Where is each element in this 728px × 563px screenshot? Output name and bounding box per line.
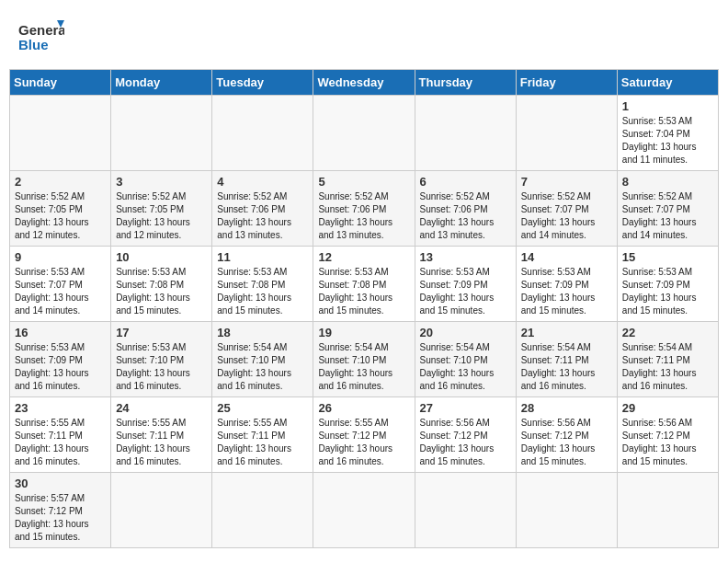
- calendar-day-cell: 2Sunrise: 5:52 AM Sunset: 7:05 PM Daylig…: [10, 171, 111, 247]
- day-number: 28: [521, 401, 612, 415]
- calendar-day-cell: 30Sunrise: 5:57 AM Sunset: 7:12 PM Dayli…: [10, 473, 111, 548]
- day-number: 3: [116, 175, 207, 189]
- page-header: General Blue: [9, 9, 719, 62]
- day-info: Sunrise: 5:52 AM Sunset: 7:05 PM Dayligh…: [116, 190, 207, 242]
- day-info: Sunrise: 5:54 AM Sunset: 7:10 PM Dayligh…: [217, 341, 308, 393]
- calendar-day-cell: 3Sunrise: 5:52 AM Sunset: 7:05 PM Daylig…: [111, 171, 212, 247]
- calendar-day-cell: 13Sunrise: 5:53 AM Sunset: 7:09 PM Dayli…: [415, 247, 516, 322]
- day-info: Sunrise: 5:56 AM Sunset: 7:12 PM Dayligh…: [521, 417, 612, 468]
- day-number: 10: [116, 250, 207, 264]
- day-number: 5: [318, 175, 409, 189]
- day-number: 1: [622, 99, 713, 113]
- day-number: 12: [318, 250, 409, 264]
- calendar-day-cell: [415, 473, 516, 548]
- calendar-day-cell: 16Sunrise: 5:53 AM Sunset: 7:09 PM Dayli…: [10, 322, 111, 397]
- calendar-day-cell: 9Sunrise: 5:53 AM Sunset: 7:07 PM Daylig…: [10, 247, 111, 322]
- calendar-day-cell: 25Sunrise: 5:55 AM Sunset: 7:11 PM Dayli…: [212, 397, 313, 473]
- logo-svg: General Blue: [18, 18, 64, 57]
- day-number: 26: [318, 401, 409, 415]
- day-number: 8: [622, 175, 713, 189]
- calendar-day-cell: 15Sunrise: 5:53 AM Sunset: 7:09 PM Dayli…: [617, 247, 718, 322]
- calendar-day-cell: [313, 96, 415, 171]
- svg-text:General: General: [18, 22, 64, 38]
- day-info: Sunrise: 5:57 AM Sunset: 7:12 PM Dayligh…: [15, 492, 106, 544]
- day-info: Sunrise: 5:52 AM Sunset: 7:05 PM Dayligh…: [15, 190, 106, 242]
- day-info: Sunrise: 5:54 AM Sunset: 7:11 PM Dayligh…: [521, 341, 612, 393]
- day-info: Sunrise: 5:53 AM Sunset: 7:10 PM Dayligh…: [116, 341, 207, 393]
- calendar-day-cell: [617, 473, 718, 548]
- calendar-week-row: 30Sunrise: 5:57 AM Sunset: 7:12 PM Dayli…: [10, 473, 719, 548]
- day-info: Sunrise: 5:52 AM Sunset: 7:07 PM Dayligh…: [622, 190, 713, 242]
- calendar-day-cell: 12Sunrise: 5:53 AM Sunset: 7:08 PM Dayli…: [313, 247, 415, 322]
- day-number: 4: [217, 175, 308, 189]
- day-number: 9: [15, 250, 106, 264]
- calendar-day-cell: [111, 473, 212, 548]
- day-number: 14: [521, 250, 612, 264]
- calendar-day-cell: 6Sunrise: 5:52 AM Sunset: 7:06 PM Daylig…: [415, 171, 516, 247]
- day-number: 17: [116, 326, 207, 339]
- calendar-week-row: 23Sunrise: 5:55 AM Sunset: 7:11 PM Dayli…: [10, 397, 719, 473]
- day-number: 23: [15, 401, 106, 415]
- day-number: 18: [217, 326, 308, 339]
- day-number: 16: [15, 326, 106, 339]
- calendar-day-cell: 11Sunrise: 5:53 AM Sunset: 7:08 PM Dayli…: [212, 247, 313, 322]
- day-number: 11: [217, 250, 308, 264]
- calendar-header-saturday: Saturday: [617, 70, 718, 96]
- calendar-table: SundayMondayTuesdayWednesdayThursdayFrid…: [9, 69, 719, 548]
- calendar-day-cell: 7Sunrise: 5:52 AM Sunset: 7:07 PM Daylig…: [516, 171, 617, 247]
- calendar-day-cell: 4Sunrise: 5:52 AM Sunset: 7:06 PM Daylig…: [212, 171, 313, 247]
- calendar-week-row: 9Sunrise: 5:53 AM Sunset: 7:07 PM Daylig…: [10, 247, 719, 322]
- day-number: 25: [217, 401, 308, 415]
- calendar-day-cell: 18Sunrise: 5:54 AM Sunset: 7:10 PM Dayli…: [212, 322, 313, 397]
- day-info: Sunrise: 5:53 AM Sunset: 7:09 PM Dayligh…: [622, 266, 713, 317]
- day-info: Sunrise: 5:53 AM Sunset: 7:09 PM Dayligh…: [420, 266, 511, 317]
- calendar-day-cell: [212, 96, 313, 171]
- day-info: Sunrise: 5:53 AM Sunset: 7:09 PM Dayligh…: [15, 341, 106, 393]
- day-info: Sunrise: 5:52 AM Sunset: 7:06 PM Dayligh…: [420, 190, 511, 242]
- calendar-day-cell: 22Sunrise: 5:54 AM Sunset: 7:11 PM Dayli…: [617, 322, 718, 397]
- calendar-header-tuesday: Tuesday: [212, 70, 313, 96]
- calendar-header-friday: Friday: [516, 70, 617, 96]
- calendar-day-cell: [111, 96, 212, 171]
- day-info: Sunrise: 5:53 AM Sunset: 7:08 PM Dayligh…: [116, 266, 207, 317]
- calendar-week-row: 1Sunrise: 5:53 AM Sunset: 7:04 PM Daylig…: [10, 96, 719, 171]
- day-number: 19: [318, 326, 409, 339]
- day-info: Sunrise: 5:53 AM Sunset: 7:09 PM Dayligh…: [521, 266, 612, 317]
- day-number: 29: [622, 401, 713, 415]
- calendar-week-row: 16Sunrise: 5:53 AM Sunset: 7:09 PM Dayli…: [10, 322, 719, 397]
- day-info: Sunrise: 5:54 AM Sunset: 7:10 PM Dayligh…: [318, 341, 409, 393]
- calendar-day-cell: [10, 96, 111, 171]
- calendar-header-row: SundayMondayTuesdayWednesdayThursdayFrid…: [10, 70, 719, 96]
- calendar-day-cell: [516, 96, 617, 171]
- calendar-week-row: 2Sunrise: 5:52 AM Sunset: 7:05 PM Daylig…: [10, 171, 719, 247]
- day-number: 2: [15, 175, 106, 189]
- day-info: Sunrise: 5:55 AM Sunset: 7:11 PM Dayligh…: [15, 417, 106, 468]
- day-number: 27: [420, 401, 511, 415]
- calendar-day-cell: 26Sunrise: 5:55 AM Sunset: 7:12 PM Dayli…: [313, 397, 415, 473]
- day-info: Sunrise: 5:54 AM Sunset: 7:11 PM Dayligh…: [622, 341, 713, 393]
- calendar-header-sunday: Sunday: [10, 70, 111, 96]
- calendar-day-cell: [313, 473, 415, 548]
- svg-text:Blue: Blue: [18, 37, 49, 52]
- calendar-header-wednesday: Wednesday: [313, 70, 415, 96]
- day-number: 21: [521, 326, 612, 339]
- calendar-day-cell: [212, 473, 313, 548]
- day-info: Sunrise: 5:55 AM Sunset: 7:11 PM Dayligh…: [217, 417, 308, 468]
- day-info: Sunrise: 5:55 AM Sunset: 7:11 PM Dayligh…: [116, 417, 207, 468]
- calendar-header-monday: Monday: [111, 70, 212, 96]
- calendar-day-cell: 10Sunrise: 5:53 AM Sunset: 7:08 PM Dayli…: [111, 247, 212, 322]
- calendar-day-cell: 20Sunrise: 5:54 AM Sunset: 7:10 PM Dayli…: [415, 322, 516, 397]
- calendar-day-cell: 29Sunrise: 5:56 AM Sunset: 7:12 PM Dayli…: [617, 397, 718, 473]
- day-info: Sunrise: 5:54 AM Sunset: 7:10 PM Dayligh…: [420, 341, 511, 393]
- day-number: 22: [622, 326, 713, 339]
- day-info: Sunrise: 5:56 AM Sunset: 7:12 PM Dayligh…: [420, 417, 511, 468]
- day-number: 30: [15, 477, 106, 490]
- day-info: Sunrise: 5:52 AM Sunset: 7:07 PM Dayligh…: [521, 190, 612, 242]
- day-info: Sunrise: 5:53 AM Sunset: 7:08 PM Dayligh…: [217, 266, 308, 317]
- day-info: Sunrise: 5:53 AM Sunset: 7:08 PM Dayligh…: [318, 266, 409, 317]
- day-info: Sunrise: 5:53 AM Sunset: 7:07 PM Dayligh…: [15, 266, 106, 317]
- calendar-day-cell: 14Sunrise: 5:53 AM Sunset: 7:09 PM Dayli…: [516, 247, 617, 322]
- calendar-day-cell: 5Sunrise: 5:52 AM Sunset: 7:06 PM Daylig…: [313, 171, 415, 247]
- calendar-day-cell: 28Sunrise: 5:56 AM Sunset: 7:12 PM Dayli…: [516, 397, 617, 473]
- day-number: 15: [622, 250, 713, 264]
